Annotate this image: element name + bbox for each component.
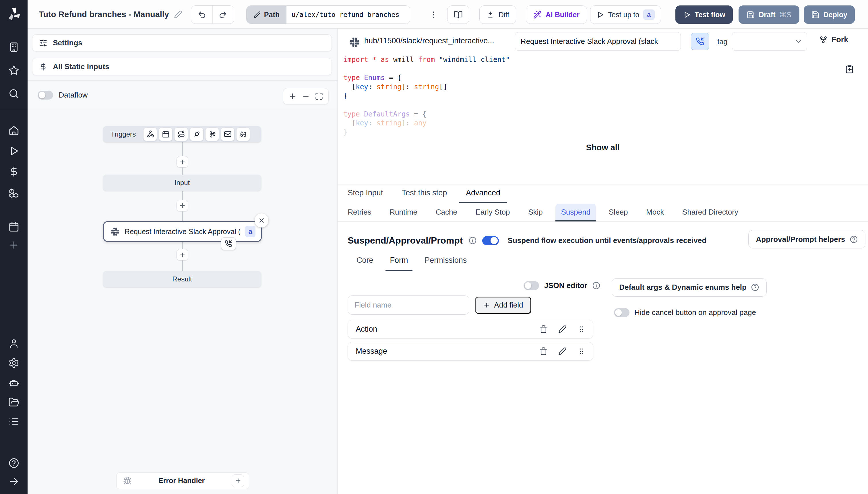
collapse-arrow-right-icon[interactable] (8, 476, 19, 487)
input-node[interactable]: Input (103, 175, 261, 191)
suspend-phone-incoming-button[interactable] (691, 33, 709, 51)
result-node[interactable]: Result (103, 271, 261, 287)
schedule-trigger-icon[interactable] (159, 128, 172, 141)
variables-dollar-icon[interactable] (8, 166, 19, 177)
error-handler-node[interactable]: Error Handler (116, 473, 249, 489)
path-input[interactable] (287, 6, 410, 23)
triggers-node[interactable]: Triggers (103, 126, 261, 142)
delete-field-trash-icon[interactable] (539, 347, 548, 356)
more-options-kebab-icon[interactable] (427, 5, 440, 24)
form-field-row[interactable]: Message (348, 342, 593, 361)
path-group: Path (246, 5, 410, 24)
redo-button[interactable] (213, 6, 233, 23)
tab-skip[interactable]: Skip (528, 204, 543, 222)
insert-step-plus-button[interactable] (177, 156, 188, 168)
poll-binoculars-trigger-icon[interactable] (237, 128, 250, 141)
clipboard-paste-icon[interactable] (845, 64, 854, 74)
slack-approval-step-node[interactable]: Request Interactive Slack Approval (... … (103, 221, 262, 242)
tab-sleep[interactable]: Sleep (609, 204, 628, 222)
info-icon[interactable] (592, 281, 601, 290)
runs-play-icon[interactable] (8, 146, 19, 157)
ai-bot-icon[interactable] (8, 377, 19, 388)
hub-script-path[interactable]: hub/11500/slack/request_interactive... (364, 36, 494, 45)
edit-title-pencil-icon[interactable] (174, 10, 182, 19)
tab-retries[interactable]: Retries (348, 204, 371, 222)
resources-boxes-icon[interactable] (8, 187, 19, 198)
delete-step-x-button[interactable] (255, 213, 269, 227)
home-icon[interactable] (8, 125, 19, 136)
docs-book-button[interactable] (447, 5, 469, 24)
zoom-in-icon[interactable] (289, 92, 297, 100)
kafka-trigger-icon[interactable] (205, 128, 219, 141)
suspend-phone-incoming-badge[interactable] (221, 237, 236, 250)
dataflow-label: Dataflow (58, 91, 88, 99)
fork-button[interactable]: Fork (819, 35, 848, 44)
flow-settings-button[interactable]: Settings (32, 34, 332, 52)
tab-form[interactable]: Form (386, 251, 412, 271)
drag-grip-icon[interactable] (577, 325, 586, 334)
step-id-badge: a (245, 226, 255, 238)
deploy-button[interactable]: Deploy (804, 5, 854, 24)
field-name-input[interactable] (348, 296, 469, 315)
tab-step-input[interactable]: Step Input (348, 185, 383, 203)
tab-permissions[interactable]: Permissions (425, 251, 467, 271)
add-field-button[interactable]: Add field (475, 297, 531, 314)
search-icon[interactable] (8, 88, 19, 99)
tab-advanced[interactable]: Advanced (459, 185, 507, 203)
test-flow-button[interactable]: Test flow (676, 5, 733, 24)
main-content: Settings All Static Inputs Dataflow Trig… (27, 29, 868, 494)
diff-button[interactable]: Diff (479, 5, 516, 24)
webhook-trigger-icon[interactable] (144, 128, 157, 141)
fit-view-icon[interactable] (315, 92, 323, 100)
ai-builder-button[interactable]: AI Builder (526, 5, 587, 24)
delete-field-trash-icon[interactable] (539, 325, 548, 334)
flow-graph-canvas[interactable]: Triggers Input Request Interactive Slack… (27, 109, 337, 494)
show-all-button[interactable]: Show all (337, 143, 868, 152)
workspace-icon[interactable] (8, 42, 19, 53)
settings-gear-icon[interactable] (8, 358, 19, 369)
favorites-star-icon[interactable] (8, 65, 19, 76)
tag-select[interactable] (732, 32, 807, 51)
approval-prompt-helpers-button[interactable]: Approval/Prompt helpers (748, 230, 865, 248)
folders-icon[interactable] (8, 397, 19, 408)
drag-grip-icon[interactable] (577, 347, 586, 356)
hide-cancel-toggle[interactable] (614, 308, 629, 317)
code-editor[interactable]: import * as wmill from "windmill-client"… (343, 55, 861, 137)
tab-suspend[interactable]: Suspend (555, 204, 596, 222)
add-error-handler-plus-button[interactable] (232, 475, 244, 487)
test-up-to-button[interactable]: Test up to a (590, 5, 661, 24)
edit-field-pencil-icon[interactable] (558, 347, 567, 356)
insert-step-plus-button[interactable] (177, 249, 188, 261)
tab-mock[interactable]: Mock (646, 204, 664, 222)
step-summary-input[interactable] (515, 32, 681, 51)
edit-field-pencil-icon[interactable] (558, 325, 567, 334)
list-icon[interactable] (8, 416, 19, 427)
tab-cache[interactable]: Cache (436, 204, 457, 222)
windmill-logo-icon[interactable] (6, 6, 21, 22)
tab-early-stop[interactable]: Early Stop (476, 204, 510, 222)
suspend-enabled-toggle[interactable] (482, 236, 499, 246)
form-field-row[interactable]: Action (348, 320, 593, 339)
help-circle-icon[interactable] (8, 458, 19, 469)
email-trigger-icon[interactable] (221, 128, 234, 141)
dataflow-toggle[interactable] (38, 91, 53, 99)
schedules-calendar-icon[interactable] (8, 221, 19, 232)
user-icon[interactable] (8, 338, 19, 349)
slack-icon (350, 38, 359, 47)
http-route-trigger-icon[interactable] (174, 128, 188, 141)
tab-shared-directory[interactable]: Shared Directory (682, 204, 738, 222)
undo-button[interactable] (191, 6, 212, 23)
json-editor-toggle[interactable] (523, 281, 539, 290)
save-icon (811, 11, 819, 19)
default-args-help-button[interactable]: Default args & Dynamic enums help (612, 278, 767, 297)
tab-runtime[interactable]: Runtime (389, 204, 417, 222)
info-icon[interactable] (468, 236, 477, 245)
add-plus-icon[interactable] (8, 240, 19, 251)
tab-test-this-step[interactable]: Test this step (402, 185, 447, 203)
insert-step-plus-button[interactable] (177, 200, 188, 211)
websocket-plug-trigger-icon[interactable] (190, 128, 203, 141)
draft-button[interactable]: Draft ⌘S (739, 5, 799, 24)
zoom-out-icon[interactable] (302, 92, 310, 100)
tab-core[interactable]: Core (356, 251, 373, 271)
all-static-inputs-button[interactable]: All Static Inputs (32, 58, 332, 75)
